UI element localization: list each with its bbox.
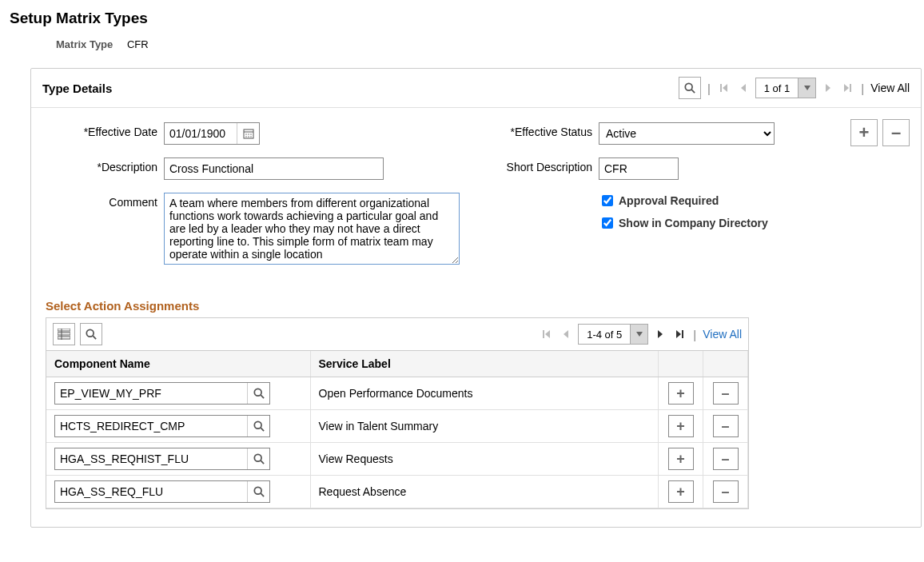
short-description-input[interactable] [599, 157, 679, 180]
svg-point-15 [248, 136, 249, 137]
toolbar-divider: | [693, 328, 696, 341]
show-in-directory-checkbox[interactable] [602, 217, 613, 229]
grid-view-all-link[interactable]: View All [703, 328, 742, 341]
lookup-button[interactable] [247, 481, 269, 502]
effective-date-input[interactable] [165, 123, 237, 144]
form-grid: *Effective Date *Effective Status Active… [46, 122, 906, 267]
first-icon [720, 84, 728, 92]
grid-next-button[interactable] [653, 327, 667, 341]
svg-point-13 [250, 134, 251, 134]
effective-date-field[interactable] [164, 122, 260, 145]
type-details-header: Type Details | 1 of 1 [31, 69, 921, 108]
delete-row-button[interactable]: – [713, 480, 739, 503]
approval-required-checkbox[interactable] [602, 195, 613, 206]
grid-search-button[interactable] [80, 323, 102, 345]
component-name-field[interactable] [54, 415, 270, 437]
delete-button[interactable]: – [882, 119, 910, 146]
svg-line-22 [93, 336, 96, 339]
component-name-input[interactable] [55, 416, 247, 436]
col-service-label-header[interactable]: Service Label [310, 351, 659, 377]
description-label: *Description [46, 157, 157, 173]
search-icon [253, 486, 265, 497]
add-row-button[interactable]: + [668, 382, 694, 405]
svg-point-21 [86, 329, 94, 337]
svg-marker-3 [723, 84, 727, 92]
grid-last-button[interactable] [672, 327, 687, 341]
show-in-directory-row[interactable]: Show in Company Directory [599, 215, 799, 231]
svg-rect-23 [543, 330, 544, 338]
search-icon [253, 453, 265, 464]
svg-marker-28 [676, 330, 681, 338]
matrix-type-row: Matrix Type CFR [56, 38, 914, 50]
svg-marker-7 [844, 84, 849, 92]
next-icon [825, 84, 831, 92]
comment-label: Comment [46, 193, 157, 209]
type-details-title: Type Details [42, 82, 679, 95]
minus-icon: – [891, 122, 901, 143]
toolbar-divider: | [707, 82, 711, 95]
row-actions-top: + – [850, 119, 910, 146]
component-name-input[interactable] [55, 481, 247, 502]
svg-rect-17 [58, 329, 70, 331]
svg-marker-6 [826, 84, 830, 92]
description-input[interactable] [164, 157, 384, 180]
prev-page-button[interactable] [736, 81, 751, 95]
grid-page-indicator[interactable]: 1-4 of 5 [578, 324, 648, 345]
calendar-button[interactable] [237, 123, 259, 144]
view-all-link[interactable]: View All [870, 82, 910, 94]
grid-settings-button[interactable] [53, 323, 75, 345]
add-row-button[interactable]: + [668, 480, 694, 503]
component-name-input[interactable] [55, 448, 247, 469]
svg-rect-29 [682, 330, 683, 338]
grid-toolbar: 1-4 of 5 | View All [46, 318, 748, 351]
lookup-button[interactable] [247, 383, 269, 404]
svg-marker-26 [636, 332, 643, 337]
grid-prev-button[interactable] [559, 327, 573, 341]
short-description-label: Short Description [464, 157, 592, 173]
effective-status-label: *Effective Status [464, 122, 592, 138]
action-assignments-table: Component Name Service Label Open Perfor… [46, 351, 748, 508]
prev-icon [740, 84, 747, 92]
add-button[interactable]: + [850, 119, 878, 146]
last-icon [675, 330, 683, 338]
search-icon [253, 421, 265, 432]
svg-point-12 [248, 134, 249, 134]
type-details-body: + – *Effective Date *Effective Status [31, 108, 921, 527]
chevron-down-icon [630, 325, 647, 344]
component-name-input[interactable] [55, 383, 247, 404]
last-page-button[interactable] [840, 81, 854, 95]
delete-row-button[interactable]: – [713, 382, 739, 405]
approval-required-row[interactable]: Approval Required [599, 193, 799, 209]
chevron-down-icon [798, 78, 815, 98]
show-in-directory-label: Show in Company Directory [619, 217, 768, 229]
component-name-field[interactable] [54, 382, 270, 405]
svg-line-1 [691, 90, 695, 93]
svg-marker-25 [564, 330, 568, 338]
delete-row-button[interactable]: – [713, 415, 739, 437]
component-name-field[interactable] [54, 480, 270, 503]
effective-status-select[interactable]: Active [599, 122, 775, 145]
search-button[interactable] [679, 77, 701, 99]
svg-marker-5 [804, 86, 810, 90]
lookup-button[interactable] [247, 416, 269, 436]
lookup-button[interactable] [247, 448, 269, 469]
first-page-button[interactable] [717, 81, 731, 95]
svg-point-32 [254, 421, 261, 428]
add-row-button[interactable]: + [668, 448, 694, 470]
grid-first-button[interactable] [540, 327, 554, 341]
table-row: Request Absence+– [46, 476, 748, 508]
svg-point-30 [254, 389, 261, 396]
next-icon [657, 330, 663, 338]
delete-row-button[interactable]: – [713, 448, 739, 470]
matrix-type-label: Matrix Type [56, 38, 113, 50]
svg-point-11 [245, 134, 246, 134]
svg-point-14 [245, 136, 246, 137]
service-label-cell: Request Absence [310, 476, 659, 508]
component-name-field[interactable] [54, 448, 270, 470]
add-row-button[interactable]: + [668, 415, 694, 437]
comment-textarea[interactable] [164, 193, 460, 265]
col-component-header[interactable]: Component Name [46, 351, 310, 377]
next-page-button[interactable] [821, 81, 835, 95]
service-label-cell: View Requests [310, 443, 659, 476]
page-indicator[interactable]: 1 of 1 [755, 78, 817, 98]
